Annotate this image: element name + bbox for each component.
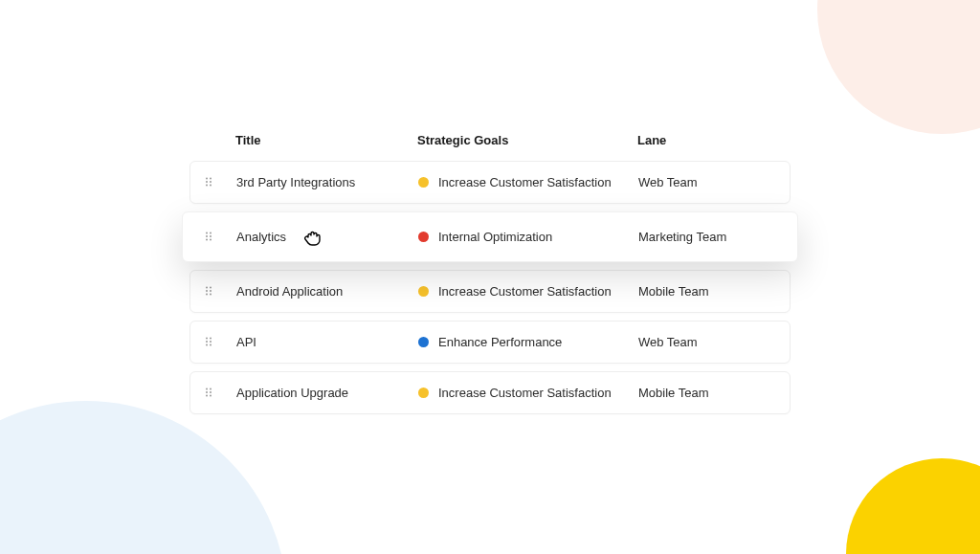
svg-point-2	[206, 181, 208, 183]
table-row[interactable]: API Enhance Performance Web Team	[189, 321, 791, 364]
row-title: Application Upgrade	[236, 386, 418, 400]
drag-handle-icon[interactable]	[204, 285, 215, 297]
row-lane: Web Team	[638, 335, 776, 349]
row-goal: Increase Customer Satisfaction	[438, 386, 612, 400]
goal-dot-icon	[418, 177, 429, 188]
row-title: Analytics	[236, 230, 418, 244]
svg-point-24	[206, 388, 208, 390]
drag-handle-icon[interactable]	[204, 176, 215, 188]
header-title: Title	[235, 133, 417, 147]
drag-handle-icon[interactable]	[204, 336, 215, 347]
svg-point-4	[206, 185, 208, 187]
svg-point-23	[210, 344, 212, 346]
svg-point-16	[206, 294, 208, 296]
row-goal: Increase Customer Satisfaction	[438, 284, 612, 299]
svg-point-18	[206, 338, 208, 340]
table-row[interactable]: Android Application Increase Customer Sa…	[189, 270, 791, 313]
svg-point-29	[210, 395, 212, 397]
goal-dot-icon	[418, 232, 429, 242]
header-goal: Strategic Goals	[417, 133, 637, 147]
svg-point-8	[206, 235, 208, 237]
row-lane: Web Team	[638, 175, 776, 189]
svg-point-28	[206, 395, 208, 397]
svg-point-10	[206, 239, 208, 241]
row-title: Android Application	[236, 284, 418, 299]
table-row[interactable]: Application Upgrade Increase Customer Sa…	[189, 371, 791, 414]
row-goal: Enhance Performance	[438, 335, 562, 349]
header-lane: Lane	[637, 133, 777, 147]
goal-dot-icon	[418, 337, 429, 347]
svg-point-22	[206, 344, 208, 346]
svg-point-13	[210, 287, 212, 289]
svg-point-20	[206, 341, 208, 343]
svg-point-7	[210, 233, 212, 234]
list-header: · Title Strategic Goals Lane	[189, 133, 791, 161]
drag-handle-icon[interactable]	[204, 231, 215, 242]
svg-point-9	[210, 235, 212, 237]
svg-point-15	[210, 290, 212, 292]
row-lane: Mobile Team	[638, 284, 776, 299]
row-title: 3rd Party Integrations	[236, 175, 418, 189]
svg-point-25	[210, 388, 212, 390]
svg-point-17	[210, 294, 212, 296]
items-list: · Title Strategic Goals Lane 3rd Party I…	[189, 133, 791, 422]
svg-point-6	[206, 233, 208, 234]
row-lane: Mobile Team	[638, 386, 776, 400]
drag-handle-icon[interactable]	[204, 387, 215, 398]
table-row[interactable]: Analytics Internal Optimization Marketin…	[182, 211, 798, 262]
svg-point-5	[210, 185, 212, 187]
row-goal: Increase Customer Satisfaction	[438, 175, 612, 189]
svg-point-11	[210, 239, 212, 241]
svg-point-21	[210, 341, 212, 343]
row-title: API	[236, 335, 418, 349]
svg-point-0	[206, 178, 208, 180]
svg-point-12	[206, 287, 208, 289]
svg-point-27	[210, 391, 212, 393]
svg-point-1	[210, 178, 212, 180]
svg-point-14	[206, 290, 208, 292]
row-lane: Marketing Team	[638, 230, 776, 244]
svg-point-3	[210, 181, 212, 183]
table-row[interactable]: 3rd Party Integrations Increase Customer…	[189, 161, 791, 204]
svg-point-19	[210, 338, 212, 340]
svg-point-26	[206, 391, 208, 393]
goal-dot-icon	[418, 388, 429, 398]
goal-dot-icon	[418, 286, 429, 297]
row-goal: Internal Optimization	[438, 230, 552, 244]
